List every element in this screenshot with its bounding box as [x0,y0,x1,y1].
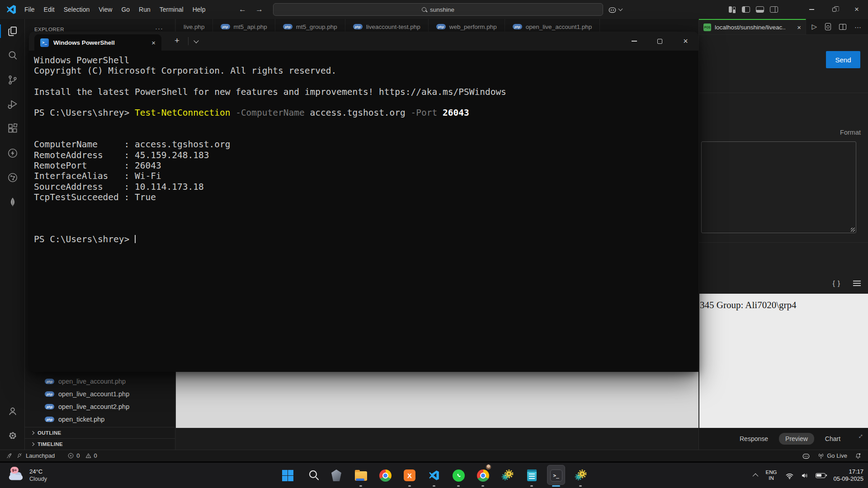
xampp-icon [404,469,415,481]
tab-dropdown-icon[interactable] [193,38,198,43]
footer-tab-preview[interactable]: Preview [779,433,814,445]
copilot-status-icon[interactable] [802,453,810,459]
vscode-close-button[interactable]: × [845,0,868,19]
taskbar-icon-gears2[interactable] [568,463,593,488]
wifi-icon[interactable] [785,471,794,480]
activity-search[interactable] [0,43,25,68]
taskbar-icon-terminal[interactable] [544,463,568,488]
section-timeline[interactable]: TIMELINE [25,438,175,450]
launchpad-item[interactable]: Launchpad [5,452,55,460]
source-control-icon [7,74,19,86]
activity-graph[interactable] [0,165,25,190]
php-icon: php [221,24,230,29]
menu-run[interactable]: Run [134,4,155,15]
copilot-menu[interactable] [608,0,622,19]
powershell-titlebar[interactable]: >_ Windows PowerShell × + × [29,32,698,51]
activity-explorer[interactable] [0,19,25,43]
taskbar-icon-xampp[interactable] [397,463,422,488]
terminal-output[interactable]: Windows PowerShellCopyright (C) Microsof… [29,51,698,372]
activity-extensions[interactable] [0,117,25,141]
new-tab-icon[interactable]: + [175,36,179,46]
activity-thunder-client[interactable] [0,141,25,165]
response-preview: 345 Group: Ali7020\grp4 [699,294,868,428]
menu-lines-icon[interactable] [853,281,861,282]
menu-edit[interactable]: Edit [39,4,59,15]
open-in-device-icon[interactable] [825,23,831,30]
request-body-textarea[interactable] [701,141,856,233]
menu-go[interactable]: Go [117,4,134,15]
menu-selection[interactable]: Selection [59,4,94,15]
taskbar-icon-notepad[interactable] [519,463,544,488]
taskbar-icon-vscode[interactable] [422,463,446,488]
search-icon [7,50,19,61]
activity-account[interactable] [0,399,25,423]
expand-icon[interactable]: ↔ [854,430,865,441]
split-editor-icon[interactable] [839,24,846,30]
file-item[interactable]: phpopen_live_account1.php [25,388,175,400]
send-button[interactable]: Send [826,51,860,68]
file-item[interactable]: phpopen_ticket.php [25,413,175,426]
go-live-item[interactable]: Go Live [817,452,847,459]
error-count: 0 [76,452,80,459]
footer-tab-response[interactable]: Response [733,433,774,445]
braces-icon[interactable]: { } [833,279,840,287]
bell-icon[interactable] [854,452,862,460]
section-outline[interactable]: OUTLINE [25,427,175,438]
terminal-close-button[interactable]: × [673,32,698,51]
tab-label: live.php [184,23,205,30]
language-indicator[interactable]: ENG IN [764,469,779,481]
weather-widget[interactable]: 9+ 24°C Cloudy [6,463,47,488]
php-icon: php [353,24,363,29]
running-indicator [579,485,582,487]
battery-icon[interactable] [816,473,826,478]
taskbar-icon-whatsapp[interactable] [446,463,471,488]
file-item[interactable]: phpopen_live_account2.php [25,400,175,413]
close-icon[interactable]: × [797,23,801,31]
gem-icon [331,469,341,481]
tab-close-icon[interactable]: × [151,39,156,47]
menu-terminal[interactable]: Terminal [155,4,188,15]
problems-item[interactable]: 0 0 [67,452,97,459]
activity-source-control[interactable] [0,68,25,92]
taskbar-icon-folder[interactable] [349,463,373,488]
activity-settings[interactable] [0,423,25,448]
clock[interactable]: 17:17 05-09-2025 [831,468,864,483]
explorer-more-actions-icon[interactable]: ··· [155,24,163,32]
rest-client-tab[interactable]: POS localhost/sunshine/liveac.. × [699,19,806,34]
footer-tab-chart[interactable]: Chart [819,433,847,445]
taskbar-icon-gem[interactable] [324,463,349,488]
more-actions-icon[interactable]: ··· [854,23,861,31]
taskbar-icon-windows[interactable] [275,463,300,488]
menu-view[interactable]: View [94,4,117,15]
taskbar-icon-search[interactable] [300,463,324,488]
customize-layout-icon[interactable] [729,6,736,13]
tray-overflow-icon[interactable] [752,473,758,479]
powershell-tab[interactable]: >_ Windows PowerShell × [34,34,161,51]
rocket-icon [5,452,13,460]
speaker-icon[interactable] [800,471,810,480]
menu-help[interactable]: Help [188,4,210,15]
file-name: open_live_account.php [58,378,126,385]
vscode-restore-button[interactable] [823,0,845,19]
news-badge: 9+ [10,467,19,474]
activity-mongodb[interactable] [0,190,25,214]
activity-run-debug[interactable] [0,92,25,117]
file-item[interactable]: phpopen_live_account.php [25,375,175,388]
taskbar-icon-chrome[interactable] [373,463,397,488]
menu-file[interactable]: File [20,4,39,15]
php-icon: php [45,404,54,409]
taskbar-icon-chrome-profile[interactable] [471,463,495,488]
section-label: TIMELINE [38,441,63,447]
run-icon[interactable]: ▷ [811,23,817,31]
forward-arrow-icon[interactable]: → [255,5,263,14]
toggle-sidebar-icon[interactable] [742,6,750,13]
toggle-secondary-sidebar-icon[interactable] [770,6,778,13]
command-search-input[interactable]: sunshine [273,3,603,16]
terminal-maximize-button[interactable] [647,32,673,51]
toggle-panel-icon[interactable] [756,6,764,13]
terminal-minimize-button[interactable] [621,32,647,51]
back-arrow-icon[interactable]: ← [239,5,246,14]
php-icon: php [283,24,292,29]
taskbar-icon-gears[interactable] [495,463,519,488]
vscode-minimize-button[interactable] [800,0,823,19]
